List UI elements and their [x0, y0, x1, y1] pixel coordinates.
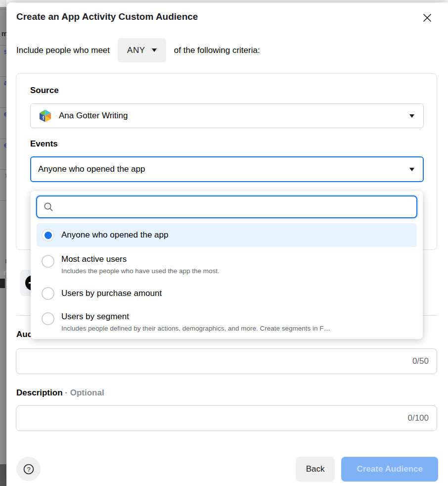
events-select[interactable]: Anyone who opened the app [30, 156, 424, 182]
footer-actions: Back Create Audience [296, 457, 438, 482]
create-audience-button[interactable]: Create Audience [341, 457, 438, 482]
create-audience-dialog: Create an App Activity Custom Audience I… [6, 2, 448, 486]
backdrop-overlay: m s a e e t r n [0, 0, 6, 486]
events-dropdown-panel: Anyone who opened the app Most active us… [31, 191, 423, 339]
svg-text:f: f [43, 115, 45, 121]
back-button[interactable]: Back [296, 457, 335, 482]
audience-name-field: 0/50 [16, 348, 437, 374]
svg-text:?: ? [27, 465, 30, 473]
match-type-selector[interactable]: ANY [118, 38, 166, 62]
dialog-title: Create an App Activity Custom Audience [16, 11, 198, 22]
description-label: Description [16, 388, 63, 397]
criteria-suffix: of the following criteria: [174, 46, 260, 55]
events-label: Events [30, 139, 58, 149]
radio-unselected-icon[interactable] [42, 255, 54, 268]
events-value: Anyone who opened the app [38, 164, 409, 174]
option-users-by-purchase-amount[interactable]: Users by purchase amount [37, 285, 417, 302]
audience-name-input[interactable] [24, 356, 412, 366]
search-icon [43, 201, 54, 212]
help-button[interactable]: ? [16, 457, 41, 481]
chevron-down-icon [409, 114, 414, 118]
dropdown-search-input[interactable] [58, 202, 410, 212]
chevron-down-icon [409, 168, 414, 171]
criteria-prefix: Include people who meet [16, 46, 110, 55]
criteria-sentence: Include people who meet ANY of the follo… [16, 38, 260, 62]
close-button[interactable] [420, 10, 435, 25]
description-input[interactable] [24, 413, 407, 423]
description-field: 0/100 [16, 405, 437, 431]
source-select[interactable]: f Ana Gotter Writing [30, 103, 424, 128]
radio-unselected-icon[interactable] [42, 312, 54, 325]
description-label-row: Description · Optional [16, 388, 104, 398]
description-counter: 0/100 [407, 413, 429, 423]
help-icon: ? [22, 463, 35, 476]
audience-name-counter: 0/50 [412, 356, 429, 366]
source-value: Ana Gotter Writing [59, 111, 403, 121]
app-source-icon: f [39, 109, 52, 123]
match-type-value: ANY [127, 46, 145, 55]
close-icon [422, 12, 433, 23]
source-label: Source [30, 86, 59, 96]
radio-unselected-icon[interactable] [42, 287, 54, 300]
radio-selected-icon[interactable] [42, 229, 54, 242]
option-most-active-users[interactable]: Most active users Includes the people wh… [37, 254, 417, 276]
option-anyone-opened-app[interactable]: Anyone who opened the app [37, 223, 417, 247]
dropdown-search-field [36, 195, 417, 218]
chevron-down-icon [152, 49, 157, 52]
option-users-by-segment[interactable]: Users by segment Includes people defined… [37, 311, 417, 333]
events-option-list: Anyone who opened the app Most active us… [31, 218, 423, 333]
